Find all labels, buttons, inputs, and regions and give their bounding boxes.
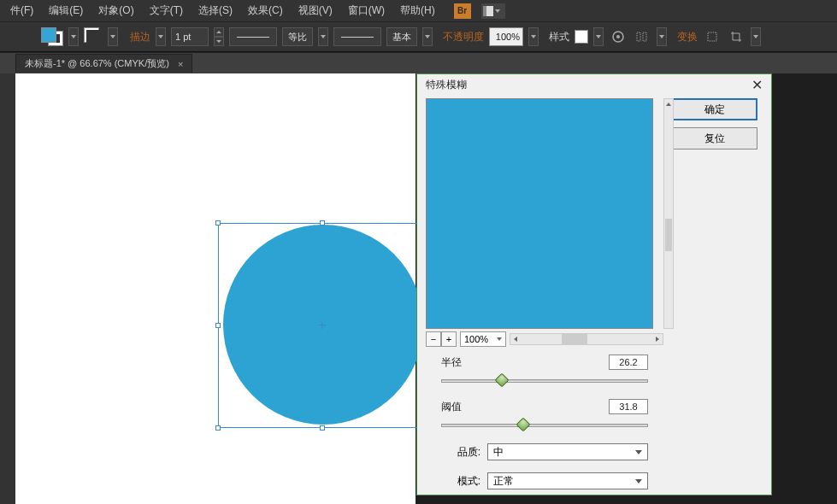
resize-handle-bm[interactable] [320, 425, 325, 431]
mode-label: 模式: [441, 474, 480, 489]
svg-rect-6 [708, 32, 716, 41]
svg-rect-5 [643, 32, 646, 41]
svg-point-3 [616, 35, 620, 38]
smart-blur-dialog: 特殊模糊 ✕ − + 100% [416, 73, 772, 495]
menu-file[interactable]: 件(F) [3, 1, 40, 21]
resize-handle-tl[interactable] [215, 220, 221, 226]
stroke-width-spinner[interactable] [214, 27, 224, 46]
document-tab-bar: 未标题-1* @ 66.67% (CMYK/预览) × [0, 52, 837, 73]
menu-edit[interactable]: 编辑(E) [42, 1, 90, 21]
profile2-dropdown-icon[interactable] [422, 27, 433, 46]
dialog-title: 特殊模糊 [426, 78, 467, 92]
radius-label: 半径 [441, 355, 475, 370]
menu-window[interactable]: 窗口(W) [341, 1, 392, 21]
svg-rect-4 [637, 32, 640, 41]
brush-sample[interactable] [333, 27, 381, 46]
align-dropdown-icon[interactable] [657, 27, 667, 46]
preview-hscrollbar[interactable] [510, 333, 663, 345]
hscroll-thumb[interactable] [562, 334, 587, 344]
scroll-left-icon[interactable] [510, 334, 521, 344]
stroke-color-icon [84, 27, 99, 43]
workspace-switcher-icon[interactable] [481, 3, 505, 19]
threshold-slider-thumb[interactable] [516, 418, 531, 432]
radius-slider[interactable] [441, 373, 648, 387]
threshold-row: 阈值 31.8 [441, 399, 648, 431]
stroke-width-input[interactable]: 1 pt [171, 27, 209, 46]
quality-row: 品质: 中 [441, 443, 648, 460]
threshold-label: 阈值 [441, 400, 475, 414]
menu-help[interactable]: 帮助(H) [393, 1, 442, 21]
scroll-thumb[interactable] [665, 219, 672, 251]
close-icon[interactable]: × [178, 59, 183, 69]
opacity-label: 不透明度 [443, 30, 484, 44]
style-label: 样式 [549, 30, 569, 44]
recolor-icon[interactable] [609, 27, 628, 46]
radius-row: 半径 26.2 [441, 355, 648, 387]
preview-fill [427, 99, 652, 328]
bridge-icon[interactable]: Br [454, 3, 471, 19]
align-icon[interactable] [633, 27, 651, 46]
document-tab-title: 未标题-1* @ 66.67% (CMYK/预览) [25, 57, 169, 70]
zoom-out-button[interactable]: − [426, 331, 441, 347]
transform-label[interactable]: 变换 [677, 30, 698, 44]
dialog-titlebar[interactable]: 特殊模糊 ✕ [417, 74, 771, 95]
resize-handle-tm[interactable] [320, 220, 325, 226]
style-dropdown-icon[interactable] [593, 27, 604, 46]
opacity-input[interactable] [489, 27, 523, 46]
dialog-close-button[interactable]: ✕ [752, 77, 763, 93]
fill-dropdown-icon[interactable] [68, 27, 79, 46]
reset-button[interactable]: 复位 [672, 127, 757, 149]
menu-effect[interactable]: 效果(C) [241, 1, 290, 21]
menu-bar: 件(F) 编辑(E) 对象(O) 文字(T) 选择(S) 效果(C) 视图(V)… [0, 0, 837, 21]
preview-area[interactable] [426, 98, 653, 329]
fill-stroke-swatch[interactable] [41, 27, 63, 46]
threshold-slider[interactable] [441, 418, 648, 431]
stroke-profile-combo[interactable]: 等比 [282, 27, 313, 46]
crop-dropdown-icon[interactable] [751, 27, 761, 46]
resize-handle-ml[interactable] [215, 323, 221, 328]
mode-row: 模式: 正常 [441, 472, 648, 489]
quality-label: 品质: [441, 445, 480, 460]
menu-object[interactable]: 对象(O) [91, 1, 140, 21]
menu-view[interactable]: 视图(V) [292, 1, 339, 21]
selection-bounding-box[interactable] [218, 223, 426, 428]
left-gutter [0, 73, 15, 504]
control-toolbar: 描边 1 pt 等比 基本 不透明度 样式 变换 [0, 21, 837, 52]
resize-handle-bl[interactable] [215, 425, 221, 431]
radius-value[interactable]: 26.2 [609, 355, 648, 370]
preview-vscrollbar[interactable] [663, 98, 674, 329]
document-tab[interactable]: 未标题-1* @ 66.67% (CMYK/预览) × [15, 54, 192, 73]
style-swatch[interactable] [575, 30, 588, 44]
crop-icon[interactable] [727, 27, 746, 46]
stroke-only-swatch[interactable] [84, 27, 103, 46]
scroll-right-icon[interactable] [652, 334, 663, 344]
quality-select[interactable]: 中 [487, 443, 648, 460]
brush-combo[interactable]: 基本 [386, 27, 417, 46]
zoom-combo[interactable]: 100% [460, 331, 506, 347]
isolate-icon[interactable] [703, 27, 722, 46]
ok-button[interactable]: 确定 [672, 98, 757, 120]
threshold-value[interactable]: 31.8 [609, 399, 648, 414]
center-point-icon [319, 322, 326, 329]
menu-select[interactable]: 选择(S) [192, 1, 239, 21]
opacity-dropdown-icon[interactable] [528, 27, 539, 46]
stroke-panel-dropdown-icon[interactable] [156, 27, 166, 46]
menu-type[interactable]: 文字(T) [143, 1, 190, 21]
scroll-up-icon[interactable] [664, 99, 673, 109]
stroke-label: 描边 [130, 30, 150, 44]
mode-select[interactable]: 正常 [487, 472, 648, 489]
radius-slider-thumb[interactable] [495, 373, 510, 388]
stroke-dropdown-icon[interactable] [108, 27, 118, 46]
zoom-in-button[interactable]: + [441, 331, 457, 347]
fill-swatch[interactable] [41, 27, 56, 43]
svg-rect-1 [483, 6, 486, 16]
profile1-dropdown-icon[interactable] [318, 27, 328, 46]
stroke-profile-sample[interactable] [229, 27, 277, 46]
